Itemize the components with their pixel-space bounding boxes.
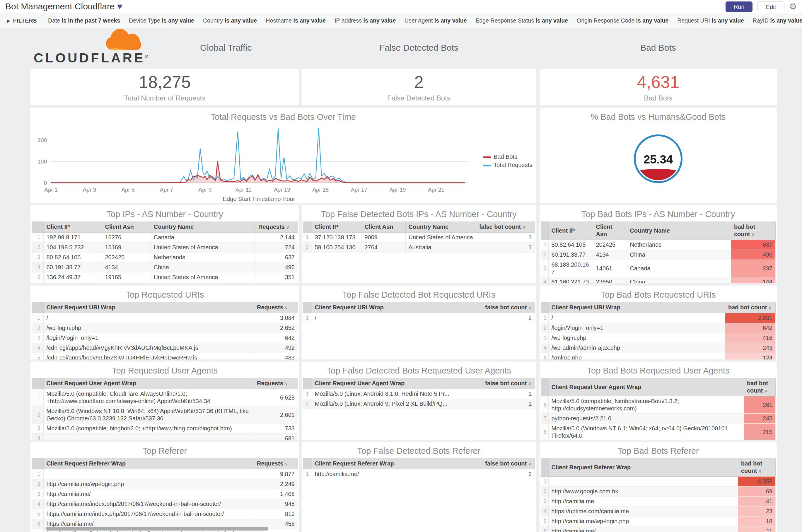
filter-item-rayid[interactable]: RayID is any value: [753, 17, 802, 24]
legend-item-total-requests[interactable]: Total Requests: [483, 162, 532, 168]
sort-desc-icon: ∨: [285, 225, 289, 230]
kpi-value-false-detected-bots: 2: [302, 69, 536, 92]
filter-item-country[interactable]: Country is any value: [203, 17, 257, 24]
row-number: 1: [303, 233, 312, 243]
column-header-client-ip[interactable]: Client IP: [312, 222, 361, 233]
cell: /cdn-cgi/apps/body/3Lh52SjWTQ4HRlErJykHq…: [43, 353, 254, 360]
column-header-requests[interactable]: Requests ∨: [254, 458, 298, 469]
row-number: 4: [32, 263, 43, 272]
cell: 4,359: [738, 477, 776, 487]
column-header-false-bot-count[interactable]: false bot count ∨: [476, 222, 535, 233]
row-number: 7: [32, 529, 43, 532]
row-number: 1: [303, 313, 312, 323]
row-number: 7: [541, 414, 548, 424]
column-header-false-bot-count[interactable]: false bot count ∨: [482, 378, 535, 389]
filters-label[interactable]: FILTERS: [13, 18, 37, 24]
cell: 1,408: [254, 489, 298, 499]
column-header-bad-bot-count[interactable]: bad bot count ∨: [731, 222, 776, 240]
column-header-client-request-referer-wrap[interactable]: Client Request Referer Wrap: [548, 458, 738, 477]
column-header-client-request-referer-wrap[interactable]: Client Request Referer Wrap: [312, 458, 482, 469]
column-header-client-request-user-agent-wrap[interactable]: Client Request User Agent Wrap: [312, 378, 482, 389]
row-number: 1: [541, 313, 548, 323]
filter-item-device-type[interactable]: Device Type is any value: [129, 17, 194, 24]
column-header-client-request-uri-wrap[interactable]: Client Request URI Wrap: [312, 302, 482, 313]
edit-button[interactable]: Edit: [758, 1, 784, 12]
kpi-card-bad-bots: 4,631 Bad Bots: [539, 69, 777, 105]
filters-expand-icon[interactable]: ▶: [7, 18, 10, 23]
legend-swatch: [483, 156, 491, 158]
top-bar: Bot Management Cloudflare ♥ Run Edit ⚙: [0, 0, 802, 13]
column-header-bad-bot-count[interactable]: bad bot count ∨: [744, 378, 776, 396]
run-button[interactable]: Run: [726, 1, 752, 12]
cell: Mozilla/5.0 (compatible; bingbot/2.0; +h…: [43, 424, 254, 434]
table-row: 2http://camilia.me/wp-login.php2,249: [32, 479, 298, 489]
cell: python-requests/2.21.0: [548, 414, 744, 424]
column-header-bad-bot-count[interactable]: bad bot count ∨: [725, 302, 776, 313]
filter-item-user-agent[interactable]: User Agent is any value: [404, 17, 466, 24]
card-false-bots-user-agents: Top False Detected Bots Requested User A…: [302, 361, 536, 440]
row-number-header: [541, 302, 548, 313]
table-row: 2/wp-login.php2,652: [32, 323, 298, 333]
horizontal-scrollbar-thumb[interactable]: [46, 527, 268, 531]
data-table: Client Request URI Wrapfalse bot count ∨…: [303, 302, 535, 323]
column-header-bad-bot-count[interactable]: bad bot count ∨: [738, 458, 776, 477]
row-number: 6: [541, 527, 548, 532]
data-table: Client Request Referer WrapRequests ∨19,…: [32, 458, 298, 532]
cell: Mozilla/5.0 (compatible; CloudFlare-Alwa…: [43, 389, 254, 406]
cell: Mozilla/5.0 (compatible; Nimbostratus-Bo…: [548, 396, 744, 414]
column-header-requests[interactable]: Requests ∨: [255, 222, 298, 233]
cell: http://camilia.me/index.php/2017/06/17/w…: [43, 499, 254, 509]
column-header-client-request-user-agent-wrap[interactable]: Client Request User Agent Wrap: [43, 378, 254, 389]
column-header-country-name[interactable]: Country Name: [151, 222, 255, 233]
kpi-label-false-detected-bots: False Detected Bots: [302, 92, 536, 102]
filter-item-ip-address[interactable]: IP address is any value: [335, 17, 396, 24]
column-header-client-request-uri-wrap[interactable]: Client Request URI Wrap: [43, 302, 254, 313]
column-title-false-detected-bots: False Detected Bots: [302, 43, 536, 55]
legend-item-bad-bots[interactable]: Bad Bots: [483, 153, 517, 160]
filter-item-hostname[interactable]: Hostname is any value: [266, 17, 326, 24]
gear-icon[interactable]: ⚙: [789, 1, 797, 12]
column-header-client-request-user-agent-wrap[interactable]: Client Request User Agent Wrap: [548, 378, 744, 396]
column-header-country-name[interactable]: Country Name: [405, 222, 476, 233]
cell: 15169: [102, 243, 151, 252]
filter-item-origin-response-code[interactable]: Origin Response Code is any value: [577, 17, 668, 24]
cell: 202425: [593, 240, 627, 250]
table-row: 5/xmlrpc.php124: [541, 353, 776, 360]
cell: China: [627, 250, 731, 260]
filter-item-edge-response-status[interactable]: Edge Response Status is any value: [476, 17, 568, 24]
data-table: Client IPClient AsnCountry Namefalse bot…: [303, 222, 535, 252]
cell: 237: [731, 260, 776, 277]
column-header-client-request-uri-wrap[interactable]: Client Request URI Wrap: [548, 302, 725, 313]
column-header-client-request-referer-wrap[interactable]: Client Request Referer Wrap: [43, 458, 254, 469]
column-header-requests[interactable]: Requests ∨: [254, 302, 298, 313]
row-number-header: [303, 302, 312, 313]
cell: 68.183.200.167: [548, 260, 593, 277]
table-title: Top False Detected Bots Referer: [302, 442, 536, 458]
filter-value: is any value: [293, 17, 326, 24]
kpi-label-bad-bots: Bad Bots: [539, 92, 777, 102]
data-table: Client Request Referer Wrapfalse bot cou…: [303, 458, 535, 479]
column-header-client-ip[interactable]: Client IP: [43, 222, 102, 233]
filter-items: Date is in the past 7 weeksDevice Type i…: [48, 17, 802, 24]
sort-desc-icon: ∨: [757, 469, 762, 474]
heart-icon: ♥: [117, 1, 122, 11]
row-number: 5: [541, 516, 548, 527]
column-header-client-asn[interactable]: Client Asn: [102, 222, 151, 233]
cell: 2,652: [254, 323, 298, 333]
data-table: Client IPClient AsnCountry Namebad bot c…: [541, 222, 776, 283]
row-number: 2: [32, 243, 43, 252]
sort-desc-icon: ∨: [283, 305, 288, 310]
gauge-value: 25.34: [644, 153, 673, 166]
cell: http://camilia.me/: [548, 527, 738, 532]
column-header-client-asn[interactable]: Client Asn: [593, 222, 627, 240]
column-header-client-asn[interactable]: Client Asn: [361, 222, 405, 233]
filter-value: is any value: [770, 17, 802, 24]
column-header-country-name[interactable]: Country Name: [627, 222, 731, 240]
x-axis-tick: Apr 5: [121, 187, 134, 193]
column-header-requests[interactable]: Requests ∨: [254, 378, 298, 389]
filter-item-date[interactable]: Date is in the past 7 weeks: [48, 17, 120, 24]
filter-item-request-uri[interactable]: Request URI is any value: [677, 17, 744, 24]
column-header-false-bot-count[interactable]: false bot count ∨: [482, 302, 535, 313]
column-header-false-bot-count[interactable]: false bot count ∨: [482, 458, 535, 469]
column-header-client-ip[interactable]: Client IP: [548, 222, 593, 240]
